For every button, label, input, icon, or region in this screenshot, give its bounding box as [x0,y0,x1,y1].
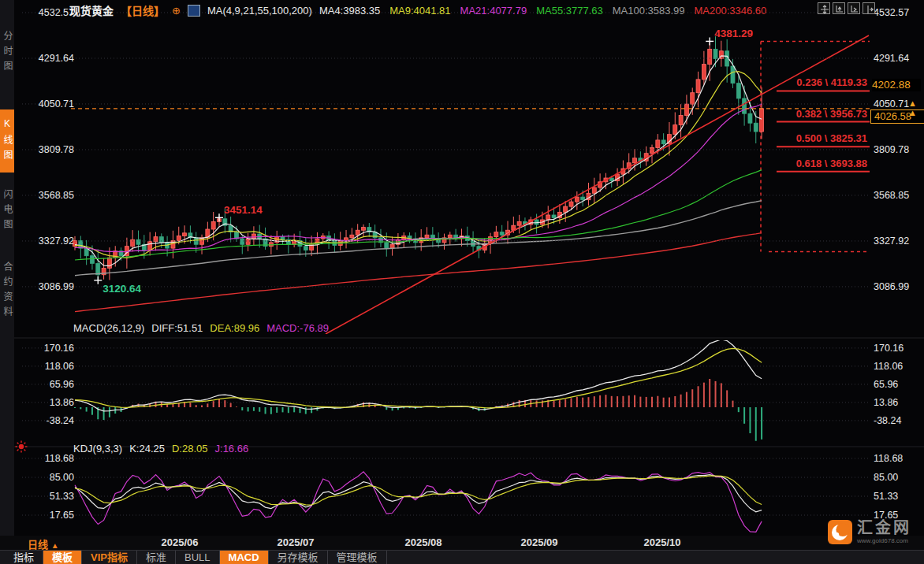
time-axis: 日线 ▲ 2025/062025/072025/082025/092025/10 [0,536,924,550]
extreme-cross-marker [706,37,713,45]
ma-settings-label[interactable]: MA(4,9,21,55,100,200) [207,5,312,17]
symbol-name: 现货黄金 [69,2,114,18]
extreme-price-label: 3451.14 [224,204,263,216]
macd-header[interactable]: MACD(26,12,9)DIFF:51.51DEA:89.96MACD:-76… [73,322,329,334]
axis-label: 51.33 [22,491,74,502]
axis-label: -38.24 [874,415,901,426]
date-tick: 2025/09 [512,536,567,548]
bottom-tab-1[interactable]: 指标 [5,551,43,564]
logo-crescent-icon [828,520,852,544]
indicator-value: KDJ(9,3,3) [73,443,122,455]
indicator-value: DIFF:51.51 [151,322,203,334]
logo-text: 汇金网 [857,520,911,536]
add-indicator-icon[interactable]: ⊕ [172,6,181,16]
axis-label: 3327.92 [22,236,74,247]
price-up-arrow-icon[interactable]: ▲▲ [908,98,917,117]
axis-label: 118.68 [22,453,74,464]
axis-scale-y-icon[interactable] [833,2,845,14]
sidebar-tab-4[interactable]: 合约资料 [0,247,14,336]
mini-chart-icon[interactable] [188,5,200,17]
date-tick: 2025/10 [635,536,690,548]
bottom-tab-6[interactable]: MACD [220,551,269,564]
axis-label: -38.24 [22,415,74,426]
sidebar-tab-2[interactable]: K线图 [0,109,14,173]
axis-label: 85.00 [874,472,898,483]
trading-app: { "header": { "symbol": "现货黄金", "period"… [0,0,924,564]
axis-label: 65.96 [22,379,74,390]
axis-label: 3086.99 [874,281,909,292]
bottom-tab-3[interactable]: VIP指标 [82,551,137,564]
fib-level-label: 0.618 \ 3693.88 [733,158,867,169]
axis-label: 4291.64 [874,53,909,64]
upper-price-marker: 4202.88 [872,79,921,91]
sidebar-tab-1[interactable]: 分时图 [0,20,14,85]
candlestick-series [73,36,764,280]
axis-label: 118.06 [22,361,74,372]
axis-label: 4532.57 [874,7,909,18]
axis-label: 4050.71 [22,98,74,109]
axis-label: 170.16 [874,343,904,354]
axis-label: 51.33 [874,491,898,502]
bottom-tab-8[interactable]: 管理模板 [328,551,387,564]
fib-level-label: 0.382 \ 3956.73 [733,108,867,120]
axis-label: 3568.85 [874,190,909,201]
axis-label: 4050.71 [874,98,909,109]
axis-label: 65.96 [874,379,898,390]
axis-label: 170.16 [22,343,74,354]
date-tick: 2025/06 [152,536,207,548]
date-tick: 2025/08 [396,536,451,548]
fib-level-label: 0.500 \ 3825.31 [733,132,867,144]
ma-value: MA21:4077.79 [460,5,527,17]
bottom-tab-5[interactable]: BULL [176,551,220,564]
extreme-cross-marker [94,276,102,284]
ma-values: MA4:3983.35MA9:4041.81MA21:4077.79MA55:3… [319,5,766,17]
axis-label: 3327.92 [874,236,909,247]
axis-label: 13.86 [874,397,898,408]
indicator-value: K:24.25 [129,443,165,455]
logo-url: www.gold678.com [857,537,911,544]
axis-label: 118.06 [874,361,903,372]
extreme-cross-marker [215,213,223,221]
chart-toolbar [818,2,875,14]
fib-level-label: 0.236 \ 4119.33 [733,76,867,88]
kdj-panel [22,458,869,532]
chart-header: 现货黄金 【日线】 ⊕ MA(4,9,21,55,100,200) MA4:39… [69,2,766,18]
bottom-tab-bar: 指标模板VIP指标标准BULLMACD另存模板管理模板 [0,550,924,564]
alert-burst-icon[interactable] [15,440,28,456]
axis-label: 4532.57 [22,7,74,18]
axis-scale-x-icon[interactable] [848,2,860,14]
axis-label: 3809.78 [874,144,909,155]
chevron-up-icon: ▲ [51,541,59,550]
extreme-price-label: 3120.64 [102,283,141,295]
ma-value: MA4:3983.35 [319,5,380,17]
extreme-price-label: 4381.29 [714,28,753,39]
ma-value: MA9:4041.81 [389,5,450,17]
axis-label: 13.86 [22,397,74,408]
ma-value: MA55:3777.63 [536,5,603,17]
indicator-value: DEA:89.96 [210,322,259,334]
left-sidebar: 分时图K线图闪电图合约资料 [0,0,14,536]
indicator-value: MACD(26,12,9) [73,322,144,334]
ma-value: MA200:3346.60 [695,5,767,17]
indicator-value: D:28.05 [172,443,208,455]
axis-label: 3809.78 [22,144,74,155]
axis-label: 4291.64 [22,53,74,64]
axis-label: 3086.99 [22,281,74,292]
axis-label: 85.00 [22,472,74,483]
bottom-tab-7[interactable]: 另存模板 [269,551,328,564]
sidebar-tab-3[interactable]: 闪电图 [0,179,14,243]
go-to-latest-icon[interactable] [863,2,875,14]
bottom-tab-4[interactable]: 标准 [137,551,176,564]
indicator-value: J:16.66 [215,443,249,455]
pan-tool-icon[interactable] [818,2,830,14]
axis-label: 118.68 [874,453,903,464]
bottom-tab-2[interactable]: 模板 [43,551,82,564]
kdj-header[interactable]: KDJ(9,3,3)K:24.25D:28.05J:16.66 [73,443,248,455]
axis-label: 17.65 [22,510,74,521]
ma-value: MA100:3583.99 [613,5,685,17]
site-logo: 汇金网 www.gold678.com [828,520,911,544]
date-tick: 2025/07 [268,536,323,548]
macd-panel [22,340,869,441]
indicator-value: MACD:-76.89 [266,322,329,334]
period-badge[interactable]: 【日线】 [121,2,165,18]
